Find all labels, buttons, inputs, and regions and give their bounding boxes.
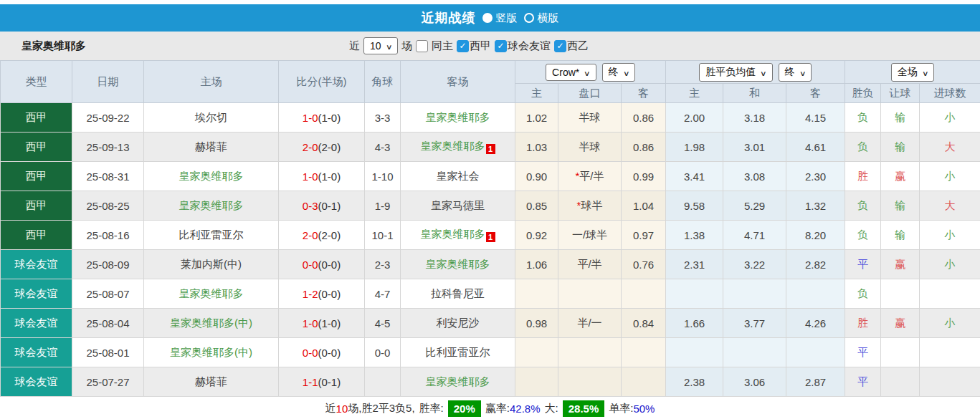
asian-home-odds: 1.03	[515, 133, 558, 162]
asian-home-odds: 0.98	[515, 309, 558, 338]
score-cell: 1-2(0-0)	[279, 279, 365, 309]
table-row: 西甲 25-08-31 皇家奥维耶多 1-0(1-0) 1-10 皇家社会 0.…	[1, 162, 980, 191]
table-row: 球会友谊 25-08-09 莱加内斯(中) 0-0(0-0) 2-3 皇家奥维耶…	[1, 250, 980, 279]
result-cell: 胜	[845, 162, 881, 191]
away-team-name: 皇家奥维耶多	[421, 228, 485, 240]
radio-label-horizontal: 横版	[538, 11, 559, 25]
section-title: 近期战绩	[422, 9, 476, 27]
asian-away-odds: 0.86	[622, 133, 666, 162]
asian-away-odds: 0.99	[622, 162, 666, 191]
away-team-name: 比利亚雷亚尔	[426, 346, 490, 358]
euro-home-odds: 2.31	[666, 250, 723, 279]
euro-odds-select[interactable]: 胜平负均值	[699, 63, 772, 82]
asian-away-odds: 0.84	[622, 309, 666, 338]
match-type-badge: 球会友谊	[1, 367, 72, 397]
euro-away-odds	[786, 338, 845, 367]
layout-option-horizontal[interactable]: 横版	[524, 11, 559, 25]
match-count-value: 10	[370, 40, 381, 52]
match-date: 25-08-04	[72, 309, 144, 338]
friendly-checkbox[interactable]	[495, 40, 507, 52]
same-home-filter[interactable]: 同主	[416, 39, 453, 53]
match-date: 25-08-25	[72, 191, 144, 221]
chevron-down-icon	[386, 40, 391, 52]
euro-home-odds: 2.38	[666, 367, 723, 397]
away-team: 利安尼沙	[401, 309, 515, 338]
euro-away-odds: 8.20	[786, 221, 845, 250]
euro-draw-odds: 3.22	[723, 250, 786, 279]
corner-score: 4-5	[365, 309, 401, 338]
match-count-select[interactable]: 10	[363, 37, 398, 54]
handicap-rate: 赢率:42.8%	[485, 402, 541, 415]
euro-home-odds: 1.38	[666, 221, 723, 250]
handicap-result-cell	[881, 367, 920, 397]
match-date: 25-07-27	[72, 367, 144, 397]
asian-line-cell: *球半	[558, 191, 622, 221]
asian-line-cell: 一/球半	[558, 221, 622, 250]
col-euro-draw: 和	[723, 84, 786, 103]
home-team: 赫塔菲	[144, 367, 279, 397]
asian-home-odds: 0.92	[515, 221, 558, 250]
asian-line: 半球	[579, 111, 601, 123]
euro-home-odds: 3.41	[666, 162, 723, 191]
col-asian-away: 客	[622, 84, 666, 103]
euro-draw-odds: 3.18	[723, 103, 786, 133]
halftime-score: (0-0)	[318, 259, 341, 271]
goals-result-cell: 小	[920, 103, 980, 133]
layout-option-vertical[interactable]: 竖版	[482, 11, 518, 25]
red-card-badge: 1	[486, 232, 495, 242]
goals-result-cell	[920, 279, 980, 309]
asian-line: 一/球半	[572, 228, 607, 241]
scope-select[interactable]: 全场	[891, 63, 934, 82]
segunda-checkbox[interactable]	[554, 40, 566, 52]
match-type-badge: 西甲	[1, 191, 72, 221]
match-type-badge: 球会友谊	[1, 309, 72, 338]
chevron-down-icon	[761, 67, 766, 78]
euro-draw-odds	[723, 338, 786, 367]
asian-line-cell: 半/一	[558, 309, 622, 338]
chevron-down-icon	[923, 67, 928, 78]
asian-home-odds: 0.85	[515, 191, 558, 221]
score-cell: 1-0(1-0)	[279, 103, 365, 133]
asian-time-select[interactable]: 终	[602, 63, 635, 82]
euro-time-select[interactable]: 终	[779, 63, 812, 82]
odds-company-select[interactable]: Crow*	[546, 64, 596, 81]
result-cell: 胜	[845, 309, 881, 338]
chevron-down-icon	[624, 67, 629, 78]
league-filter-laliga[interactable]: 西甲	[457, 39, 491, 53]
topbar: 近期战绩 竖版 横版	[0, 4, 980, 32]
result-cell: 负	[845, 221, 881, 250]
laliga-checkbox[interactable]	[457, 40, 469, 52]
euro-draw-odds	[723, 279, 786, 309]
halftime-score: (0-0)	[318, 347, 341, 359]
asian-line-cell: *平/半	[558, 162, 622, 191]
filter-band: 皇家奥维耶多 近 10 场 同主 西甲 球会友谊 西乙	[0, 32, 980, 60]
euro-draw-odds: 3.06	[723, 367, 786, 397]
home-team: 皇家奥维耶多	[144, 162, 279, 191]
col-away: 客场	[401, 61, 515, 103]
fulltime-score: 0-3	[303, 200, 318, 212]
fulltime-score: 1-0	[303, 170, 318, 183]
fulltime-score: 0-0	[303, 259, 318, 271]
fulltime-score: 1-2	[303, 288, 318, 300]
halftime-score: (1-0)	[318, 112, 341, 124]
radio-unselected-icon[interactable]	[524, 13, 534, 23]
fulltime-score: 2-0	[303, 229, 318, 241]
match-date: 25-08-09	[72, 250, 144, 279]
euro-draw-odds: 4.71	[723, 221, 786, 250]
league-filter-segunda[interactable]: 西乙	[554, 39, 589, 53]
euro-draw-odds: 3.01	[723, 133, 786, 162]
home-team: 赫塔菲	[144, 133, 279, 162]
match-type-badge: 西甲	[1, 221, 72, 250]
asian-line-cell	[558, 279, 622, 309]
fulltime-score: 1-1	[303, 376, 318, 388]
halftime-score: (0-1)	[318, 376, 341, 388]
fulltime-score: 1-0	[303, 317, 318, 329]
handicap-result-cell: 赢	[881, 250, 920, 279]
col-handicap: 让球	[881, 84, 920, 103]
summary-count: 10	[336, 403, 348, 415]
league-filter-friendly[interactable]: 球会友谊	[495, 39, 551, 53]
radio-selected-icon[interactable]	[482, 13, 493, 23]
same-home-checkbox[interactable]	[416, 40, 428, 52]
score-cell: 1-0(1-0)	[279, 162, 365, 191]
halftime-score: (0-0)	[318, 288, 341, 300]
